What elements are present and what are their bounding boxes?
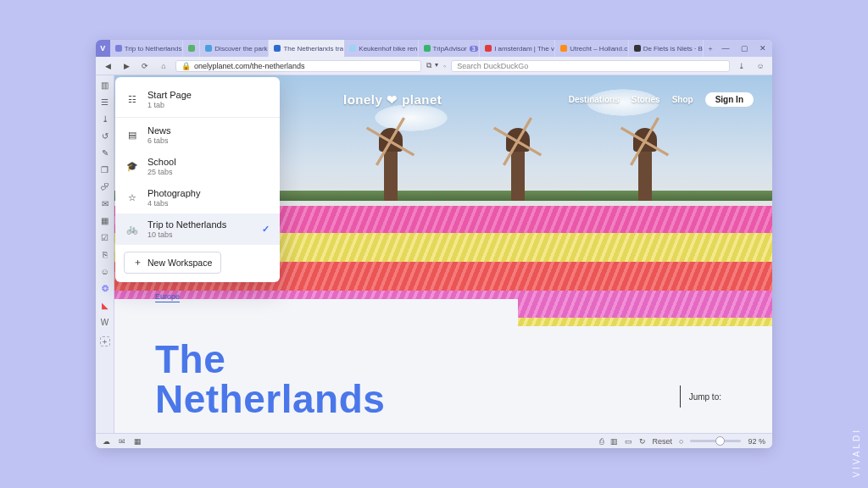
signin-button[interactable]: Sign In xyxy=(705,92,754,107)
breadcrumb-link[interactable]: Europe xyxy=(155,292,180,302)
panel-add-icon[interactable]: ＋ xyxy=(100,336,110,347)
new-tab-button[interactable]: ＋ xyxy=(704,40,716,57)
zoom-slider[interactable] xyxy=(690,440,741,442)
stack-icon: ☷ xyxy=(125,94,139,105)
url-field[interactable]: 🔒onelyplanet.com/the-netherlands xyxy=(175,60,421,72)
panel-readinglist-icon[interactable]: ☰ xyxy=(99,96,111,108)
search-field[interactable]: Search DuckDuckGo xyxy=(451,60,730,72)
workspace-item[interactable]: ☆ Photography4 tabs xyxy=(115,182,280,214)
school-icon: 🎓 xyxy=(125,161,139,172)
panel-feeds-icon[interactable]: ⎘ xyxy=(99,248,111,260)
window-close-icon[interactable]: ✕ xyxy=(754,40,772,57)
mail-status-icon[interactable]: ✉ xyxy=(119,437,125,446)
tab-strip: V Trip to Netherlands Discover the park … xyxy=(96,40,772,57)
workspace-item[interactable]: ☷ Start Page1 tab xyxy=(115,84,280,115)
actions-icon[interactable]: ↻ xyxy=(639,437,646,446)
home-button[interactable]: ⌂ xyxy=(157,62,170,70)
nav-destinations[interactable]: Destinations xyxy=(569,95,620,104)
tab-item[interactable]: Trip to Netherlands xyxy=(110,40,183,57)
panel-sidebar: ▥ ☰ ⤓ ↺ ✎ ❐ 🗪 ✉ ▦ ☑ ⎘ ☺ ❂ ◣ W ＋ xyxy=(96,75,114,433)
status-bar: ☁ ✉ ▦ ⎙ ▥ ▭ ↻ Reset ○ 92 % xyxy=(96,433,772,448)
url-text: onelyplanet.com/the-netherlands xyxy=(194,62,305,70)
workspace-item[interactable]: 🎓 School25 tabs xyxy=(115,151,280,182)
tab-item[interactable]: TripAdvisor3 xyxy=(419,40,481,57)
calendar-status-icon[interactable]: ▦ xyxy=(134,437,142,446)
panel-calendar-icon[interactable]: ▦ xyxy=(99,214,111,226)
address-bar: ◀ ▶ ⟳ ⌂ 🔒onelyplanet.com/the-netherlands… xyxy=(96,57,772,75)
vivaldi-menu-icon[interactable]: V xyxy=(96,40,110,57)
tab-item[interactable]: De Fiets is Niets · B xyxy=(629,40,704,57)
zoom-level: 92 % xyxy=(748,437,765,446)
downloads-icon[interactable]: ⤓ xyxy=(735,62,748,70)
site-logo[interactable]: lonely ❤ planet xyxy=(343,92,442,108)
vivaldi-watermark: VIVALDI xyxy=(852,428,861,478)
panel-translate-icon[interactable]: 🗪 xyxy=(99,180,111,192)
panel-window-icon[interactable]: ❐ xyxy=(99,164,111,175)
browser-window: V Trip to Netherlands Discover the park … xyxy=(96,40,772,448)
tab-item[interactable] xyxy=(183,40,200,57)
plus-icon: ＋ xyxy=(133,257,142,269)
zoom-out-icon[interactable]: ○ xyxy=(679,437,683,446)
workspaces-dropdown: ☷ Start Page1 tab ▤ News6 tabs 🎓 School2… xyxy=(115,77,280,282)
news-icon: ▤ xyxy=(125,130,139,141)
panel-notes-icon[interactable]: ✎ xyxy=(99,147,111,158)
tab-item[interactable]: I amsterdam | The v xyxy=(480,40,555,57)
images-toggle-icon[interactable]: ▭ xyxy=(625,437,632,446)
sync-icon[interactable]: ☁ xyxy=(103,437,110,446)
panel-bookmarks-icon[interactable]: ▥ xyxy=(99,79,111,91)
panel-mail-icon[interactable]: ✉ xyxy=(99,197,111,209)
bike-icon: 🚲 xyxy=(125,224,139,235)
tiling-icon[interactable]: ▥ xyxy=(610,437,618,446)
workspace-item-selected[interactable]: 🚲 Trip to Netherlands10 tabs xyxy=(115,214,280,245)
panel-vivaldi-icon[interactable]: ◣ xyxy=(99,299,111,311)
tab-item[interactable]: Discover the park xyxy=(200,40,269,57)
star-icon: ☆ xyxy=(125,192,139,203)
panel-downloads-icon[interactable]: ⤓ xyxy=(99,113,111,125)
panel-wiki-icon[interactable]: W xyxy=(99,316,111,328)
tab-item[interactable]: Utrecht – Holland.c xyxy=(555,40,628,57)
nav-shop[interactable]: Shop xyxy=(672,95,693,104)
capture-icon[interactable]: ⎙ xyxy=(599,437,604,446)
reload-button[interactable]: ⟳ xyxy=(138,62,152,70)
panel-mastodon-icon[interactable]: ❂ xyxy=(99,282,111,294)
panel-history-icon[interactable]: ↺ xyxy=(99,130,111,141)
forward-button[interactable]: ▶ xyxy=(120,62,133,70)
back-button[interactable]: ◀ xyxy=(101,62,114,70)
page-title: TheNetherlands xyxy=(155,340,385,419)
tab-item[interactable]: Keukenhof bike ren xyxy=(344,40,418,57)
panel-contacts-icon[interactable]: ☺ xyxy=(99,265,111,277)
profile-icon[interactable]: ☺ xyxy=(754,62,767,70)
panel-tasks-icon[interactable]: ☑ xyxy=(99,231,111,243)
nav-stories[interactable]: Stories xyxy=(632,95,660,104)
tab-item-active[interactable]: The Netherlands tra xyxy=(269,40,344,57)
reader-view-icon[interactable]: ⧉ xyxy=(426,61,431,70)
zoom-reset[interactable]: Reset xyxy=(653,437,673,446)
window-minimize-icon[interactable]: — xyxy=(716,40,735,57)
workspace-item[interactable]: ▤ News6 tabs xyxy=(115,119,280,151)
dropdown-chevron-icon[interactable]: ▾ xyxy=(435,61,438,70)
new-workspace-button[interactable]: ＋New Workspace xyxy=(124,252,221,274)
jump-to: Jump to: xyxy=(680,385,721,408)
site-lock-icon: 🔒 xyxy=(181,62,191,70)
window-maximize-icon[interactable]: ▢ xyxy=(735,40,754,57)
site-nav: Destinations Stories Shop Sign In xyxy=(569,92,754,107)
